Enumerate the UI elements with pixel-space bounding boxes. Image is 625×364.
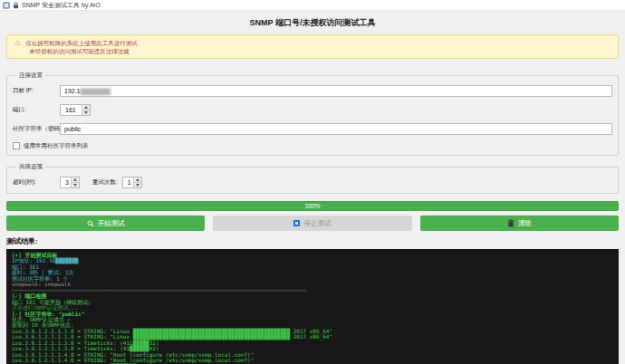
timeout-value: 3 [65,179,69,186]
port-row: 端口: 161 [13,103,612,116]
use-common-list-checkbox[interactable] [13,142,20,149]
start-test-button[interactable]: 开始测试 [6,216,205,231]
clear-button[interactable]: 清除 [420,216,619,231]
community-row: 社区字符串（密码）: public [13,122,612,135]
retry-label: 重试次数: [92,178,118,187]
community-label: 社区字符串（密码）: [13,125,60,133]
trash-icon [507,219,514,227]
window-title: SNMP 安全测试工具 by AiO [22,1,101,10]
port-input[interactable]: 161 [60,104,91,116]
warning-line-1: 仅在拥有权限的系统上使用此工具进行测试 [25,39,138,47]
spinner-down-icon[interactable] [82,110,90,115]
timeout-spinner[interactable] [71,177,79,187]
community-value: public [64,126,81,132]
advanced-row: 超时(秒): 3 重试次数: 1 [13,176,612,188]
use-common-list-row: 使用常用社区字符串列表 [13,141,612,150]
clear-label: 清除 [518,219,532,228]
retry-spinner[interactable] [133,177,141,187]
progress-bar: 100% [6,201,619,211]
target-ip-label: 目标 IP: [13,87,60,95]
warning-icon: ⚠ [14,39,21,55]
action-buttons: 开始测试 停止测试 清除 [6,216,619,231]
timeout-input[interactable]: 3 [60,177,80,188]
advanced-options-legend: 高级选项 [16,163,45,171]
target-ip-redacted: ▓▓▓▓▓▓▓▓ [81,88,111,94]
lock-icon [13,2,19,9]
retry-input[interactable]: 1 [122,177,142,188]
results-label: 测试结果: [6,236,619,246]
window-titlebar: SNMP 安全测试工具 by AiO [0,0,625,11]
retry-value: 1 [128,179,131,186]
community-input[interactable]: public [60,123,612,135]
spinner-down-icon[interactable] [134,182,141,187]
stop-icon [293,220,300,226]
target-ip-row: 目标 IP: 192.1▓▓▓▓▓▓▓▓ [13,84,612,97]
start-test-label: 开始测试 [98,219,125,228]
app-window: { "window": { "title": "SNMP 安全测试工具 by A… [0,0,625,364]
use-common-list-label[interactable]: 使用常用社区字符串列表 [24,142,89,150]
advanced-options-group: 高级选项 超时(秒): 3 重试次数: 1 [6,163,619,194]
stop-test-label: 停止测试 [303,219,331,228]
port-value: 161 [65,107,76,113]
target-ip-value: 192.1 [64,88,81,94]
app-icon [3,2,10,9]
spinner-down-icon[interactable] [72,182,79,187]
warning-text: 仅在拥有权限的系统上使用此工具进行测试 未经授权的访问测试可能违反法律法规 [25,39,138,55]
connection-settings-legend: 连接设置 [16,72,45,80]
terminal-output[interactable]: [+] 开始测试目标IP地址: 192.16▓▓▓▓▓▓▓端口: 161超时: … [6,249,619,364]
target-ip-input[interactable]: 192.1▓▓▓▓▓▓▓▓ [60,85,612,97]
page-title: SNMP 端口号/未授权访问测试工具 [0,11,625,34]
magnifier-icon [87,220,94,227]
warning-line-2: 未经授权的访问测试可能违反法律法规 [25,47,138,55]
connection-settings-group: 连接设置 目标 IP: 192.1▓▓▓▓▓▓▓▓ 端口: 161 社区字符串（… [6,72,619,156]
port-label: 端口: [13,106,60,114]
timeout-label: 超时(秒): [13,178,60,187]
progress-value: 100% [305,203,321,209]
main-content: ⚠ 仅在拥有权限的系统上使用此工具进行测试 未经授权的访问测试可能违反法律法规 … [0,34,625,364]
port-spinner[interactable] [82,105,90,115]
warning-banner: ⚠ 仅在拥有权限的系统上使用此工具进行测试 未经授权的访问测试可能违反法律法规 [6,34,619,59]
stop-test-button[interactable]: 停止测试 [213,216,411,231]
